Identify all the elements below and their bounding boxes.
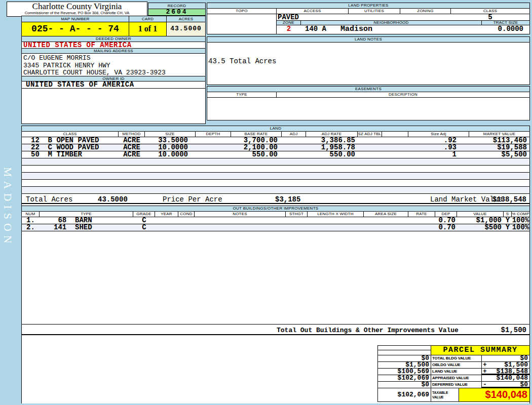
address-line: 3345 PATRICK HENRY HWY [23, 62, 205, 69]
neighborhood-watermark: MADISON [1, 167, 14, 248]
land-market-value-label: Land Market Value [430, 195, 503, 204]
sign: + [483, 369, 487, 375]
out-buildings-band: OUT BUILDINGS/OTHER IMPROVEMENTS [22, 206, 529, 212]
land-properties-band: LAND PROPERTIES [207, 3, 529, 9]
address-line: C/O EUGENE MORRIS [23, 54, 205, 62]
prior-value: $102,069 [378, 388, 431, 401]
out-buildings-total-value: $1,500 [501, 326, 526, 334]
summary-row-appraised: $102,069 APPRAISED VALUE $140,048 [378, 375, 529, 381]
land-col-adj: ADJ [282, 132, 306, 137]
empty-row [22, 180, 529, 187]
easements-block: EASEMENTS TYPE DESCRIPTION [207, 86, 530, 120]
ob-col-length-width: LENGTH X WIDTH [308, 212, 364, 217]
ob-col-year: YEAR [155, 212, 178, 217]
record-box: RECORD 2604 [148, 3, 206, 16]
summary-row-taxable: $102,069 TAXABLE VALUE $140,048 [378, 388, 529, 401]
summary-row-deferred: $0 DEFERRED VALUE -$0 [378, 381, 529, 388]
out-building-row: 2. 141 SHED C 0.70 $500 Y 100% [22, 224, 529, 231]
land-notes-text: 43.5 Total Acres [207, 43, 529, 65]
total-acres-label: Total Acres [26, 195, 72, 204]
empty-row [22, 158, 529, 166]
record-value[interactable]: 2604 [148, 9, 205, 15]
card-header: CARD [129, 16, 167, 22]
summary-corner-cell [378, 346, 431, 355]
tract-size-value: 0.0000 [482, 25, 529, 33]
land-col-size-adj: Size Adj [408, 132, 469, 137]
topo-value [207, 14, 277, 34]
prior-value: $0 [378, 382, 431, 388]
taxable-value: $140,048 [459, 388, 529, 401]
land-market-value: $138,548 [492, 195, 526, 204]
price-per-acre-label: Price Per Acre [163, 195, 222, 204]
land-col-depth: DEPTH [196, 132, 231, 137]
summary-label: DEFERRED VALUE [431, 382, 481, 388]
summary-label: OBLDG VALUE [431, 362, 481, 368]
zoning-header: ZONING [400, 9, 451, 14]
acres-value: 43.5000 [167, 22, 205, 36]
empty-row [22, 187, 529, 194]
land-properties-block: LAND PROPERTIES TOPO ACCESS UTILITIES ZO… [207, 3, 530, 34]
total-acres-value: 43.5000 [98, 195, 128, 204]
neighborhood-header: NEIGHBORHOOD [301, 21, 482, 25]
owner-block: MAP NUMBER CARD ACRES 025- - A- - - 74 1… [21, 16, 206, 124]
parcel-summary-title: PARCEL SUMMARY [431, 346, 529, 355]
county-title-box: Charlotte County Virginia Commissioner o… [7, 2, 147, 17]
out-buildings-total-row: Total Out Buildings & Other Improvements… [22, 324, 529, 335]
ob-col-rate: RATE [408, 212, 435, 217]
land-row: 50 M TIMBER ACRE 10.0000 550.00 550.00 1… [22, 151, 529, 158]
summary-label: TOTAL BLDG VALUE [431, 355, 481, 361]
land-totals-row: Total Acres 43.5000 Price Per Acre $3,18… [22, 194, 529, 204]
summary-value: -$0 [481, 382, 529, 388]
summary-label: LAND VALUE [431, 369, 481, 375]
topo-header: TOPO [207, 9, 277, 14]
zone-value: 2 [277, 25, 301, 33]
card-value[interactable]: 1 of 1 [129, 22, 167, 36]
out-buildings-empty-area [22, 231, 529, 324]
access-value: PAVED [278, 14, 299, 20]
neighborhood-name: Madison [340, 25, 372, 33]
deeded-owner-value: UNITED STATES OF AMERICA [22, 42, 205, 49]
taxable-label: TAXABLE VALUE [431, 388, 459, 401]
county-title: Charlotte County Virginia [7, 2, 147, 11]
ob-col-cond: COND [178, 212, 195, 217]
mailing-address: C/O EUGENE MORRIS 3345 PATRICK HENRY HWY… [22, 54, 205, 76]
acres-header: ACRES [167, 16, 205, 22]
utilities-header: UTILITIES [349, 9, 400, 14]
out-buildings-total-label: Total Out Buildings & Other Improvements… [277, 327, 459, 334]
parcel-summary: PARCEL SUMMARY $0 TOTAL BLDG VALUE $0 $1… [377, 345, 530, 402]
property-record-card: MADISON Charlotte County Virginia Commis… [0, 0, 532, 405]
ob-col-notes: NOTES [195, 212, 286, 217]
land-band: LAND [22, 126, 529, 132]
land-col-spacer [382, 132, 408, 137]
map-number-header: MAP NUMBER [22, 16, 129, 22]
class-value: 5 [451, 14, 529, 20]
address-line: CHARLOTTE COURT HOUSE, VA 23923-3923 [23, 69, 205, 76]
tract-size-header: TRACT SIZE [482, 21, 529, 25]
zone-header: ZONE [277, 21, 301, 25]
empty-row [22, 166, 529, 173]
easements-band: EASEMENTS [207, 87, 529, 92]
land-notes-band: LAND NOTES [207, 37, 529, 43]
land-notes-block: LAND NOTES 43.5 Total Acres [207, 36, 530, 85]
easement-type-header: TYPE [207, 92, 277, 97]
map-number-value[interactable]: 025- - A- - - 74 [22, 22, 129, 36]
commissioner-line: Commissioner of the Revenue, PO Box 308,… [7, 11, 147, 15]
land-col-sz-adj-tbl: SZ ADJ TBL [358, 132, 382, 137]
summary-label: APPRAISED VALUE [431, 375, 481, 381]
mailing-address-band: MAILING ADDRESS [22, 49, 205, 54]
ob-col-area-size: AREA SIZE [364, 212, 408, 217]
owner-id-value: UNITED STATES OF AMERICA [22, 82, 205, 89]
ob-col-sthgt: STHGT [286, 212, 308, 217]
easement-description-header: DESCRIPTION [277, 92, 529, 97]
price-per-acre-value: $3,185 [275, 195, 300, 204]
empty-row [22, 173, 529, 180]
neighborhood-code: 140 A [301, 25, 326, 33]
sign: - [483, 382, 487, 388]
